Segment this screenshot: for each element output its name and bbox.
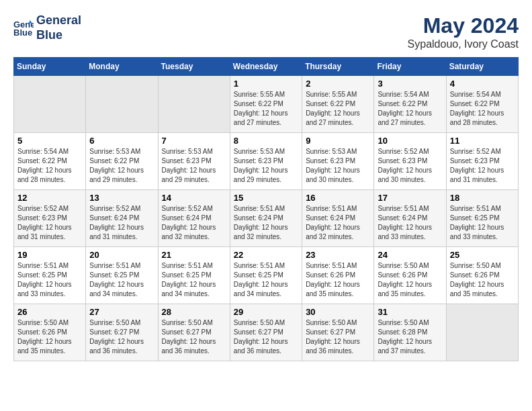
calendar-cell: 1Sunrise: 5:55 AMSunset: 6:22 PMDaylight… [230,76,302,133]
calendar-table: SundayMondayTuesdayWednesdayThursdayFrid… [13,57,519,361]
calendar-cell: 7Sunrise: 5:53 AMSunset: 6:23 PMDaylight… [158,133,230,190]
day-header-monday: Monday [86,58,158,76]
logo-line1: General [36,13,81,28]
calendar-cell: 4Sunrise: 5:54 AMSunset: 6:22 PMDaylight… [446,76,518,133]
day-number: 27 [89,307,154,317]
calendar-week-5: 26Sunrise: 5:50 AMSunset: 6:26 PMDayligh… [14,304,519,361]
day-number: 31 [378,307,442,317]
calendar-cell: 18Sunrise: 5:51 AMSunset: 6:25 PMDayligh… [446,190,518,247]
day-info: Sunrise: 5:52 AMSunset: 6:23 PMDaylight:… [17,204,82,242]
logo-line2: Blue [36,28,81,43]
day-number: 9 [306,136,370,146]
day-info: Sunrise: 5:53 AMSunset: 6:22 PMDaylight:… [89,147,154,185]
calendar-cell: 24Sunrise: 5:50 AMSunset: 6:26 PMDayligh… [374,247,446,304]
day-info: Sunrise: 5:51 AMSunset: 6:25 PMDaylight:… [234,261,298,299]
day-info: Sunrise: 5:51 AMSunset: 6:25 PMDaylight:… [162,261,226,299]
calendar-cell: 6Sunrise: 5:53 AMSunset: 6:22 PMDaylight… [86,133,158,190]
calendar-cell: 2Sunrise: 5:55 AMSunset: 6:22 PMDaylight… [302,76,374,133]
calendar-cell: 26Sunrise: 5:50 AMSunset: 6:26 PMDayligh… [14,304,86,361]
page-title: May 2024 [408,13,519,38]
calendar-cell: 14Sunrise: 5:52 AMSunset: 6:24 PMDayligh… [158,190,230,247]
calendar-cell: 30Sunrise: 5:50 AMSunset: 6:27 PMDayligh… [302,304,374,361]
day-info: Sunrise: 5:54 AMSunset: 6:22 PMDaylight:… [17,147,82,185]
calendar-cell: 11Sunrise: 5:52 AMSunset: 6:23 PMDayligh… [446,133,518,190]
logo-icon: General Blue [13,18,34,38]
calendar-cell: 13Sunrise: 5:52 AMSunset: 6:24 PMDayligh… [86,190,158,247]
day-info: Sunrise: 5:54 AMSunset: 6:22 PMDaylight:… [450,90,515,128]
day-info: Sunrise: 5:50 AMSunset: 6:26 PMDaylight:… [378,261,442,299]
day-number: 4 [450,79,515,89]
logo-text: General Blue [36,13,81,42]
calendar-header: SundayMondayTuesdayWednesdayThursdayFrid… [14,58,519,76]
day-number: 7 [162,136,226,146]
day-number: 19 [17,250,82,260]
day-info: Sunrise: 5:51 AMSunset: 6:24 PMDaylight:… [234,204,298,242]
day-info: Sunrise: 5:50 AMSunset: 6:27 PMDaylight:… [89,318,154,356]
calendar-week-1: 1Sunrise: 5:55 AMSunset: 6:22 PMDaylight… [14,76,519,133]
day-number: 2 [306,79,370,89]
day-info: Sunrise: 5:52 AMSunset: 6:23 PMDaylight:… [450,147,515,185]
day-info: Sunrise: 5:50 AMSunset: 6:28 PMDaylight:… [378,318,442,356]
calendar-cell: 25Sunrise: 5:50 AMSunset: 6:26 PMDayligh… [446,247,518,304]
day-info: Sunrise: 5:52 AMSunset: 6:24 PMDaylight:… [162,204,226,242]
day-info: Sunrise: 5:50 AMSunset: 6:26 PMDaylight:… [450,261,515,299]
day-header-thursday: Thursday [302,58,374,76]
day-number: 14 [162,193,226,203]
calendar-cell [446,304,518,361]
page-header: General Blue General Blue May 2024 Sypal… [13,13,519,50]
calendar-cell: 23Sunrise: 5:51 AMSunset: 6:26 PMDayligh… [302,247,374,304]
calendar-cell: 15Sunrise: 5:51 AMSunset: 6:24 PMDayligh… [230,190,302,247]
day-info: Sunrise: 5:53 AMSunset: 6:23 PMDaylight:… [234,147,298,185]
calendar-cell [14,76,86,133]
day-header-tuesday: Tuesday [158,58,230,76]
day-number: 11 [450,136,515,146]
calendar-cell: 16Sunrise: 5:51 AMSunset: 6:24 PMDayligh… [302,190,374,247]
day-number: 12 [17,193,82,203]
day-number: 29 [234,307,298,317]
day-number: 1 [234,79,298,89]
calendar-cell: 27Sunrise: 5:50 AMSunset: 6:27 PMDayligh… [86,304,158,361]
day-info: Sunrise: 5:55 AMSunset: 6:22 PMDaylight:… [234,90,298,128]
calendar-week-2: 5Sunrise: 5:54 AMSunset: 6:22 PMDaylight… [14,133,519,190]
day-number: 20 [89,250,154,260]
day-number: 18 [450,193,515,203]
day-number: 10 [378,136,442,146]
day-info: Sunrise: 5:51 AMSunset: 6:25 PMDaylight:… [450,204,515,242]
day-info: Sunrise: 5:50 AMSunset: 6:27 PMDaylight:… [162,318,226,356]
calendar-cell: 22Sunrise: 5:51 AMSunset: 6:25 PMDayligh… [230,247,302,304]
day-info: Sunrise: 5:50 AMSunset: 6:27 PMDaylight:… [306,318,370,356]
day-number: 28 [162,307,226,317]
day-number: 16 [306,193,370,203]
calendar-cell [158,76,230,133]
day-info: Sunrise: 5:51 AMSunset: 6:25 PMDaylight:… [17,261,82,299]
calendar-cell: 8Sunrise: 5:53 AMSunset: 6:23 PMDaylight… [230,133,302,190]
day-number: 15 [234,193,298,203]
day-number: 30 [306,307,370,317]
day-info: Sunrise: 5:51 AMSunset: 6:26 PMDaylight:… [306,261,370,299]
page-subtitle: Sypaldouo, Ivory Coast [408,38,519,50]
day-number: 23 [306,250,370,260]
day-number: 22 [234,250,298,260]
day-number: 17 [378,193,442,203]
day-number: 13 [89,193,154,203]
day-header-wednesday: Wednesday [230,58,302,76]
calendar-cell: 17Sunrise: 5:51 AMSunset: 6:24 PMDayligh… [374,190,446,247]
day-number: 21 [162,250,226,260]
calendar-week-4: 19Sunrise: 5:51 AMSunset: 6:25 PMDayligh… [14,247,519,304]
title-area: May 2024 Sypaldouo, Ivory Coast [408,13,519,50]
day-info: Sunrise: 5:51 AMSunset: 6:24 PMDaylight:… [378,204,442,242]
calendar-body: 1Sunrise: 5:55 AMSunset: 6:22 PMDaylight… [14,76,519,361]
calendar-cell: 28Sunrise: 5:50 AMSunset: 6:27 PMDayligh… [158,304,230,361]
calendar-cell: 12Sunrise: 5:52 AMSunset: 6:23 PMDayligh… [14,190,86,247]
day-info: Sunrise: 5:50 AMSunset: 6:27 PMDaylight:… [234,318,298,356]
day-number: 8 [234,136,298,146]
day-info: Sunrise: 5:51 AMSunset: 6:24 PMDaylight:… [306,204,370,242]
day-number: 6 [89,136,154,146]
calendar-cell: 29Sunrise: 5:50 AMSunset: 6:27 PMDayligh… [230,304,302,361]
day-info: Sunrise: 5:52 AMSunset: 6:23 PMDaylight:… [378,147,442,185]
calendar-cell: 31Sunrise: 5:50 AMSunset: 6:28 PMDayligh… [374,304,446,361]
day-info: Sunrise: 5:54 AMSunset: 6:22 PMDaylight:… [378,90,442,128]
day-number: 3 [378,79,442,89]
calendar-cell [86,76,158,133]
day-info: Sunrise: 5:53 AMSunset: 6:23 PMDaylight:… [162,147,226,185]
